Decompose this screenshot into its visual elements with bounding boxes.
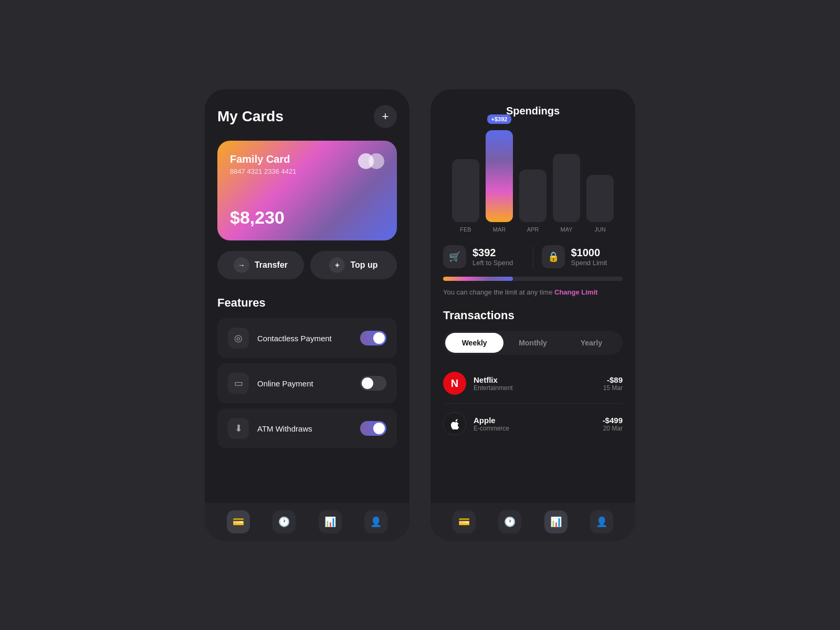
- stat-spend-limit: 🔒 $1000 Spend Limit: [542, 245, 623, 268]
- right-phone: Spendings FEB +$392 MAR APR MAY JUN 🛒: [430, 89, 635, 541]
- cart-icon: 🛒: [443, 245, 466, 268]
- netflix-name: Netflix: [474, 375, 596, 384]
- chart-bar-apr: APR: [519, 170, 547, 233]
- atm-toggle[interactable]: [360, 421, 386, 436]
- card-balance: $8,230: [230, 207, 384, 228]
- bar-feb: [452, 159, 479, 222]
- chart-bar-jun: JUN: [586, 175, 614, 233]
- netflix-info: Netflix Entertainment: [474, 375, 596, 392]
- card-top: Family Card 8847 4321 2336 4421: [230, 153, 384, 175]
- chart-bar-may: MAY: [553, 154, 580, 233]
- netflix-amount: -$89: [603, 375, 623, 384]
- right-nav-chart[interactable]: 📊: [544, 510, 568, 533]
- nav-clock[interactable]: 🕐: [272, 510, 296, 533]
- feature-atm: ⬇ ATM Withdraws: [217, 408, 397, 448]
- chart-tooltip: +$392: [487, 114, 512, 124]
- contactless-label: Contactless Payment: [257, 334, 352, 343]
- right-nav-wallet[interactable]: 💳: [453, 510, 476, 533]
- right-nav-profile[interactable]: 👤: [590, 510, 613, 533]
- add-card-button[interactable]: +: [374, 105, 397, 128]
- features-title: Features: [217, 296, 397, 310]
- left-phone: My Cards + Family Card 8847 4321 2336 44…: [205, 89, 410, 541]
- progress-bar-fill: [443, 277, 513, 281]
- transfer-button[interactable]: → Transfer: [217, 251, 304, 279]
- topup-button[interactable]: + Top up: [310, 251, 397, 279]
- left-bottom-nav: 💳 🕐 📊 👤: [205, 503, 410, 541]
- spend-limit-amount: $1000: [571, 247, 607, 259]
- stat-right-info: $1000 Spend Limit: [571, 247, 607, 267]
- stat-left-info: $392 Left to Spend: [472, 247, 513, 267]
- left-to-spend-amount: $392: [472, 247, 513, 259]
- topup-label: Top up: [350, 260, 377, 270]
- right-nav-clock[interactable]: 🕐: [498, 510, 521, 533]
- topup-icon: +: [329, 257, 345, 273]
- transaction-apple: Apple E-commerce -$499 20 Mar: [443, 404, 623, 444]
- netflix-amounts: -$89 15 Mar: [603, 375, 623, 392]
- contactless-toggle[interactable]: [360, 331, 386, 345]
- feature-online: ▭ Online Payment: [217, 363, 397, 403]
- right-bottom-nav: 💳 🕐 📊 👤: [430, 503, 635, 541]
- bar-feb-label: FEB: [460, 226, 471, 233]
- limit-text: You can change the limit at any time Cha…: [443, 288, 623, 296]
- feature-contactless: ◎ Contactless Payment: [217, 318, 397, 358]
- apple-category: E-commerce: [474, 425, 595, 432]
- nav-wallet[interactable]: 💳: [227, 510, 250, 533]
- bar-may-label: MAY: [560, 226, 572, 233]
- transactions-title: Transactions: [443, 309, 623, 322]
- online-toggle[interactable]: [360, 376, 386, 391]
- nav-profile[interactable]: 👤: [364, 510, 387, 533]
- contactless-icon: ◎: [228, 328, 249, 349]
- bar-apr-label: APR: [527, 226, 539, 233]
- bar-jun-label: JUN: [594, 226, 605, 233]
- mc-right-circle: [369, 153, 384, 169]
- transfer-icon: →: [234, 257, 249, 273]
- online-label: Online Payment: [257, 379, 352, 388]
- apple-info: Apple E-commerce: [474, 416, 595, 432]
- action-buttons: → Transfer + Top up: [217, 251, 397, 279]
- bar-may: [553, 154, 580, 222]
- apple-name: Apple: [474, 416, 595, 425]
- bar-mar: [486, 130, 513, 222]
- transactions-list: N Netflix Entertainment -$89 15 Mar Appl…: [443, 363, 623, 444]
- mastercard-logo: [358, 153, 384, 169]
- apple-amount: -$499: [603, 416, 623, 425]
- stat-left-to-spend: 🛒 $392 Left to Spend: [443, 245, 524, 268]
- tab-monthly[interactable]: Monthly: [503, 333, 562, 353]
- left-header: My Cards +: [217, 105, 397, 128]
- left-to-spend-label: Left to Spend: [472, 259, 513, 267]
- atm-label: ATM Withdraws: [257, 424, 352, 433]
- spendings-title: Spendings: [443, 105, 623, 117]
- chart-bar-feb: FEB: [452, 159, 479, 233]
- netflix-category: Entertainment: [474, 384, 596, 392]
- apple-avatar: [443, 412, 466, 435]
- bar-apr: [519, 170, 547, 222]
- features-section: Features ◎ Contactless Payment ▭ Online …: [217, 296, 397, 448]
- spend-limit-label: Spend Limit: [571, 259, 607, 267]
- chart-bar-mar: +$392 MAR: [486, 114, 513, 233]
- bar-mar-label: MAR: [493, 226, 506, 233]
- apple-logo-icon: [449, 418, 460, 429]
- atm-toggle-knob: [373, 423, 385, 434]
- online-toggle-knob: [362, 377, 373, 389]
- change-limit-button[interactable]: Change Limit: [554, 288, 597, 296]
- spendings-chart: FEB +$392 MAR APR MAY JUN: [443, 128, 623, 233]
- tab-yearly[interactable]: Yearly: [562, 333, 621, 353]
- nav-chart[interactable]: 📊: [319, 510, 342, 533]
- card-number: 8847 4321 2336 4421: [230, 167, 297, 175]
- card-info: Family Card 8847 4321 2336 4421: [230, 153, 297, 175]
- atm-icon: ⬇: [228, 418, 249, 439]
- card-name: Family Card: [230, 153, 297, 165]
- credit-card: Family Card 8847 4321 2336 4421 $8,230: [217, 141, 397, 240]
- stats-row: 🛒 $392 Left to Spend 🔒 $1000 Spend Limit: [443, 245, 623, 268]
- netflix-avatar-text: N: [451, 377, 458, 390]
- tab-row: Weekly Monthly Yearly: [443, 331, 623, 355]
- page-title: My Cards: [217, 108, 284, 125]
- apple-date: 20 Mar: [603, 425, 623, 432]
- online-icon: ▭: [228, 373, 249, 394]
- bar-jun: [586, 175, 614, 222]
- tab-weekly[interactable]: Weekly: [445, 333, 503, 353]
- netflix-avatar: N: [443, 372, 466, 395]
- limit-description: You can change the limit at any time: [443, 288, 552, 296]
- contactless-toggle-knob: [373, 332, 385, 344]
- stats-divider: [533, 246, 533, 267]
